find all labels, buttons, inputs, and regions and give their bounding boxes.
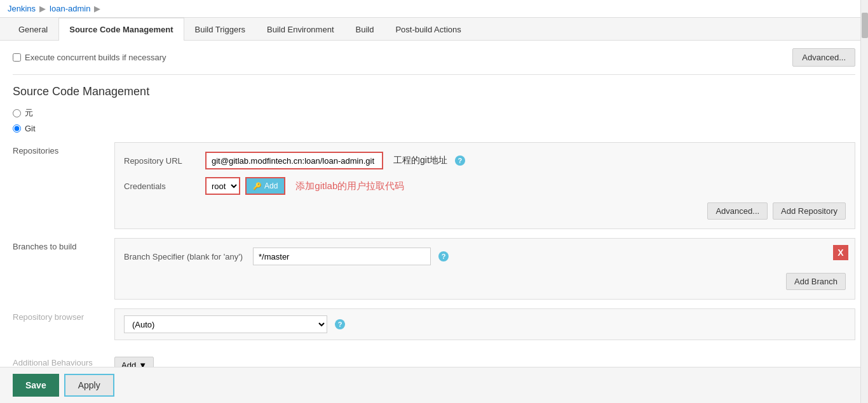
credentials-label: Credentials: [124, 182, 200, 191]
radio-git[interactable]: [13, 124, 21, 133]
repo-browser-row: (Auto) ?: [124, 315, 846, 333]
repo-browser-select[interactable]: (Auto): [124, 315, 327, 333]
repos-advanced-button[interactable]: Advanced...: [707, 202, 768, 220]
repo-browser-help-icon[interactable]: ?: [335, 319, 345, 329]
key-icon: [253, 182, 262, 190]
radio-none-item: 元: [13, 107, 855, 119]
add-credential-label: Add: [264, 182, 278, 190]
repositories-content: Repository URL 工程的git地址 ? Credentials ro…: [114, 142, 855, 229]
tab-general[interactable]: General: [8, 18, 58, 41]
add-branch-button[interactable]: Add Branch: [786, 273, 846, 290]
repos-actions: Advanced... Add Repository: [124, 202, 846, 220]
repositories-label: Repositories: [13, 142, 114, 229]
add-credential-button[interactable]: Add: [245, 177, 285, 195]
breadcrumb-project[interactable]: loan-admin: [50, 4, 90, 13]
repositories-section: Repositories Repository URL 工程的git地址 ? C…: [13, 142, 855, 229]
section-title: Source Code Management: [13, 85, 855, 98]
repo-browser-section: Repository browser (Auto) ?: [13, 308, 855, 345]
top-advanced-button[interactable]: Advanced...: [792, 48, 855, 67]
repo-url-label: Repository URL: [124, 156, 200, 166]
credentials-row: Credentials root Add 添加gitlab的用户拉取代码: [124, 177, 846, 195]
add-repository-button[interactable]: Add Repository: [773, 202, 846, 220]
concurrent-builds-label: Execute concurrent builds if necessary: [25, 53, 166, 62]
concurrent-builds-checkbox[interactable]: [13, 53, 21, 62]
footer-buttons: Save Apply: [0, 367, 868, 398]
breadcrumb-separator-2: ▶: [94, 4, 100, 13]
radio-none[interactable]: [13, 109, 21, 117]
tab-build-environment[interactable]: Build Environment: [256, 18, 345, 41]
branch-actions: Add Branch: [124, 273, 846, 290]
remove-branch-button[interactable]: X: [833, 245, 848, 260]
radio-git-item: Git: [13, 124, 855, 133]
repo-url-input[interactable]: [205, 152, 383, 169]
breadcrumb: Jenkins ▶ loan-admin ▶: [0, 0, 868, 18]
tab-bar: General Source Code Management Build Tri…: [0, 18, 868, 41]
radio-group: 元 Git: [13, 107, 855, 133]
branch-specifier-row: Branch Specifier (blank for 'any') ?: [124, 248, 846, 265]
credentials-annotation: 添加gitlab的用户拉取代码: [295, 180, 404, 192]
branch-specifier-help-icon[interactable]: ?: [438, 251, 449, 261]
top-section: Execute concurrent builds if necessary A…: [13, 41, 855, 75]
branches-content: X Branch Specifier (blank for 'any') ? A…: [114, 238, 855, 300]
repo-browser-label: Repository browser: [13, 308, 114, 345]
repo-browser-content: (Auto) ?: [114, 308, 855, 340]
main-content: Execute concurrent builds if necessary A…: [0, 41, 868, 398]
tab-build[interactable]: Build: [345, 18, 385, 41]
tab-build-triggers[interactable]: Build Triggers: [184, 18, 256, 41]
repo-url-help-icon[interactable]: ?: [455, 155, 465, 166]
scrollbar-track: [860, 0, 868, 398]
concurrent-builds-row: Execute concurrent builds if necessary: [13, 53, 166, 62]
branch-specifier-label: Branch Specifier (blank for 'any'): [124, 252, 243, 261]
branches-label: Branches to build: [13, 238, 114, 300]
branches-section: Branches to build X Branch Specifier (bl…: [13, 238, 855, 300]
breadcrumb-separator-1: ▶: [39, 4, 46, 13]
apply-button[interactable]: Apply: [64, 374, 114, 397]
tab-post-build-actions[interactable]: Post-build Actions: [384, 18, 471, 41]
branch-specifier-input[interactable]: [253, 248, 431, 265]
breadcrumb-home[interactable]: Jenkins: [8, 4, 36, 13]
repo-url-annotation: 工程的git地址: [393, 155, 447, 166]
save-button[interactable]: Save: [13, 374, 59, 397]
radio-git-label: Git: [25, 124, 36, 133]
scrollbar-thumb[interactable]: [862, 13, 868, 38]
credentials-select[interactable]: root: [205, 177, 240, 195]
tab-source-code-management[interactable]: Source Code Management: [58, 18, 184, 41]
radio-none-label: 元: [25, 107, 33, 119]
repo-url-row: Repository URL 工程的git地址 ?: [124, 152, 846, 169]
